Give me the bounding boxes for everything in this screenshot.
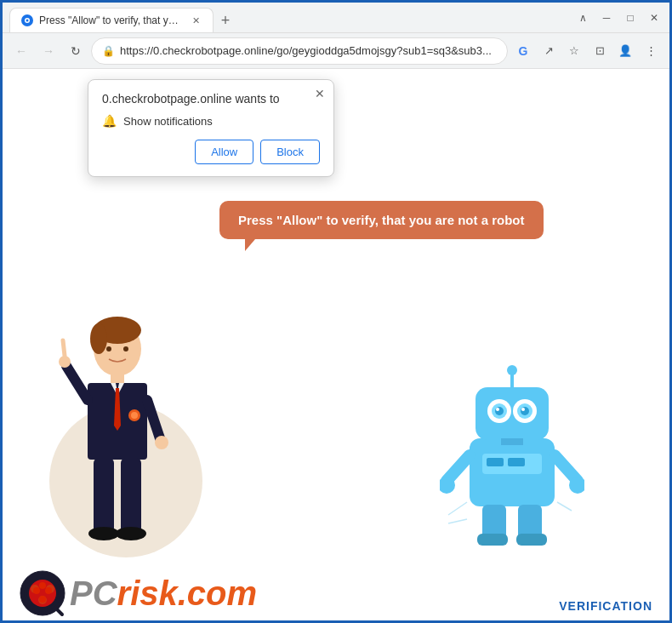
forward-button[interactable]: → [37,39,60,63]
svg-point-35 [521,408,525,411]
block-button[interactable]: Block [260,140,320,164]
minimize-button[interactable]: ─ [598,9,615,26]
menu-icon[interactable]: ⋮ [639,39,663,63]
window-controls: ∧ ─ □ ✕ [574,9,663,26]
maximize-button[interactable]: □ [622,9,639,26]
address-text: https://0.checkrobotpage.online/go/geygi… [120,44,497,57]
tab-area: Press "Allow" to verify, that you a... ✕… [9,3,569,32]
robot-figure [440,362,584,549]
svg-line-12 [66,366,88,400]
svg-point-7 [123,346,128,352]
svg-point-59 [39,596,46,603]
reload-button[interactable]: ↻ [64,39,88,63]
speech-bubble: Press "Allow" to verify, that you are no… [219,201,544,239]
back-button[interactable]: ← [9,39,33,63]
svg-rect-46 [516,534,547,546]
svg-rect-45 [477,534,508,546]
popup-row: 🔔 Show notifications [102,114,320,128]
toolbar-actions: G ↗ ☆ ⊡ 👤 ⋮ [511,39,663,63]
svg-line-48 [448,519,467,523]
share-icon[interactable]: ↗ [537,39,561,63]
verification-badge: VERIFICATION [559,599,652,613]
svg-rect-38 [501,438,523,445]
svg-point-16 [155,436,168,449]
popup-close-button[interactable]: ✕ [315,87,325,100]
chevron-up-icon: ∧ [574,9,591,26]
lock-icon: 🔒 [102,45,115,57]
svg-line-41 [555,455,578,481]
svg-line-39 [447,455,470,481]
popup-buttons: Allow Block [102,140,320,164]
svg-rect-18 [121,458,141,534]
active-tab[interactable]: Press "Allow" to verify, that you a... ✕ [9,8,214,32]
svg-line-49 [557,502,572,511]
pcrisk-text: PCrisk.com [70,574,257,613]
svg-point-2 [26,20,29,22]
svg-point-20 [116,527,146,540]
address-bar[interactable]: 🔒 https://0.checkrobotpage.online/go/gey… [91,37,508,65]
svg-point-22 [131,412,138,419]
close-window-button[interactable]: ✕ [646,9,663,26]
svg-point-19 [88,527,119,540]
google-icon[interactable]: G [511,39,535,63]
new-tab-button[interactable]: + [214,9,237,32]
svg-rect-17 [94,458,114,534]
popup-title: 0.checkrobotpage.online wants to [102,92,320,106]
browser-toolbar: ← → ↻ 🔒 https://0.checkrobotpage.online/… [3,33,669,69]
pcrisk-suffix: risk.com [117,574,258,612]
pcrisk-logo-icon [20,570,66,617]
svg-line-15 [147,400,160,438]
svg-rect-8 [111,373,124,385]
browser-titlebar: Press "Allow" to verify, that you a... ✕… [3,3,669,33]
svg-point-32 [495,407,504,415]
svg-line-14 [63,340,65,356]
pcrisk-brand: PCrisk.com [20,570,257,617]
profile-icon[interactable]: 👤 [613,39,637,63]
svg-line-47 [448,502,467,515]
pcrisk-prefix: PC [70,574,117,612]
svg-rect-26 [508,458,525,466]
person-figure [49,315,185,562]
allow-button[interactable]: Allow [195,140,253,164]
svg-point-60 [39,582,46,589]
tab-icon[interactable]: ⊡ [588,39,612,63]
svg-point-57 [33,587,40,594]
popup-description: Show notifications [123,115,213,128]
tab-title: Press "Allow" to verify, that you a... [39,14,184,26]
svg-point-37 [507,365,517,375]
page-content: ✕ 0.checkrobotpage.online wants to 🔔 Sho… [3,69,669,623]
notification-popup: ✕ 0.checkrobotpage.online wants to 🔔 Sho… [88,79,334,177]
svg-point-58 [45,587,52,594]
bookmark-icon[interactable]: ☆ [562,39,586,63]
svg-point-34 [496,408,499,411]
svg-rect-25 [487,458,504,466]
svg-rect-27 [476,387,549,440]
svg-point-33 [521,407,529,415]
svg-point-5 [90,323,107,354]
svg-point-6 [106,346,111,352]
tab-close-button[interactable]: ✕ [189,14,202,27]
bell-icon: 🔔 [102,114,117,128]
tab-favicon [20,14,34,27]
